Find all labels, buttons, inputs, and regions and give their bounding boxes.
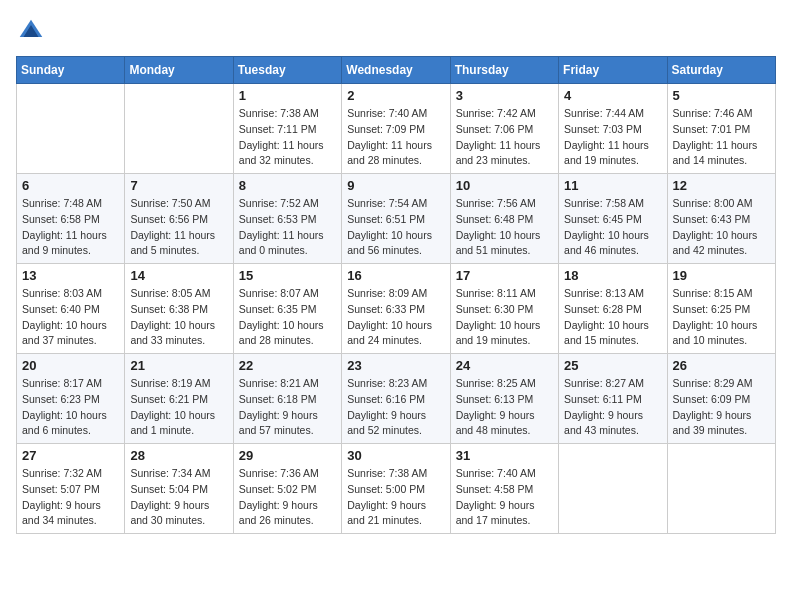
day-number: 8 (239, 178, 336, 193)
day-number: 2 (347, 88, 444, 103)
day-info: Sunrise: 7:58 AMSunset: 6:45 PMDaylight:… (564, 196, 661, 259)
weekday-header-monday: Monday (125, 57, 233, 84)
calendar-cell: 28Sunrise: 7:34 AMSunset: 5:04 PMDayligh… (125, 444, 233, 534)
day-number: 7 (130, 178, 227, 193)
day-number: 3 (456, 88, 553, 103)
day-number: 20 (22, 358, 119, 373)
calendar-cell (125, 84, 233, 174)
day-number: 6 (22, 178, 119, 193)
day-info: Sunrise: 8:09 AMSunset: 6:33 PMDaylight:… (347, 286, 444, 349)
calendar-cell: 25Sunrise: 8:27 AMSunset: 6:11 PMDayligh… (559, 354, 667, 444)
calendar-cell: 10Sunrise: 7:56 AMSunset: 6:48 PMDayligh… (450, 174, 558, 264)
day-info: Sunrise: 8:15 AMSunset: 6:25 PMDaylight:… (673, 286, 770, 349)
calendar-week-row: 6Sunrise: 7:48 AMSunset: 6:58 PMDaylight… (17, 174, 776, 264)
day-info: Sunrise: 8:27 AMSunset: 6:11 PMDaylight:… (564, 376, 661, 439)
day-number: 27 (22, 448, 119, 463)
weekday-header-friday: Friday (559, 57, 667, 84)
day-number: 18 (564, 268, 661, 283)
day-info: Sunrise: 7:38 AMSunset: 7:11 PMDaylight:… (239, 106, 336, 169)
day-info: Sunrise: 8:29 AMSunset: 6:09 PMDaylight:… (673, 376, 770, 439)
day-number: 4 (564, 88, 661, 103)
day-info: Sunrise: 7:54 AMSunset: 6:51 PMDaylight:… (347, 196, 444, 259)
calendar-cell: 22Sunrise: 8:21 AMSunset: 6:18 PMDayligh… (233, 354, 341, 444)
day-info: Sunrise: 7:32 AMSunset: 5:07 PMDaylight:… (22, 466, 119, 529)
day-info: Sunrise: 8:05 AMSunset: 6:38 PMDaylight:… (130, 286, 227, 349)
day-info: Sunrise: 7:38 AMSunset: 5:00 PMDaylight:… (347, 466, 444, 529)
calendar-cell: 21Sunrise: 8:19 AMSunset: 6:21 PMDayligh… (125, 354, 233, 444)
calendar-cell: 7Sunrise: 7:50 AMSunset: 6:56 PMDaylight… (125, 174, 233, 264)
calendar-cell: 6Sunrise: 7:48 AMSunset: 6:58 PMDaylight… (17, 174, 125, 264)
calendar-cell: 14Sunrise: 8:05 AMSunset: 6:38 PMDayligh… (125, 264, 233, 354)
day-number: 16 (347, 268, 444, 283)
weekday-header-saturday: Saturday (667, 57, 775, 84)
calendar-week-row: 27Sunrise: 7:32 AMSunset: 5:07 PMDayligh… (17, 444, 776, 534)
day-info: Sunrise: 8:25 AMSunset: 6:13 PMDaylight:… (456, 376, 553, 439)
calendar-cell: 17Sunrise: 8:11 AMSunset: 6:30 PMDayligh… (450, 264, 558, 354)
calendar-cell: 24Sunrise: 8:25 AMSunset: 6:13 PMDayligh… (450, 354, 558, 444)
day-number: 24 (456, 358, 553, 373)
day-number: 14 (130, 268, 227, 283)
day-info: Sunrise: 8:13 AMSunset: 6:28 PMDaylight:… (564, 286, 661, 349)
calendar-cell (17, 84, 125, 174)
page-header (16, 16, 776, 46)
weekday-header-tuesday: Tuesday (233, 57, 341, 84)
day-info: Sunrise: 7:52 AMSunset: 6:53 PMDaylight:… (239, 196, 336, 259)
day-info: Sunrise: 7:56 AMSunset: 6:48 PMDaylight:… (456, 196, 553, 259)
calendar-cell: 18Sunrise: 8:13 AMSunset: 6:28 PMDayligh… (559, 264, 667, 354)
calendar-cell: 23Sunrise: 8:23 AMSunset: 6:16 PMDayligh… (342, 354, 450, 444)
calendar-week-row: 13Sunrise: 8:03 AMSunset: 6:40 PMDayligh… (17, 264, 776, 354)
day-number: 1 (239, 88, 336, 103)
day-info: Sunrise: 8:19 AMSunset: 6:21 PMDaylight:… (130, 376, 227, 439)
logo-icon (16, 16, 46, 46)
calendar-cell: 2Sunrise: 7:40 AMSunset: 7:09 PMDaylight… (342, 84, 450, 174)
day-number: 21 (130, 358, 227, 373)
day-number: 13 (22, 268, 119, 283)
day-info: Sunrise: 8:03 AMSunset: 6:40 PMDaylight:… (22, 286, 119, 349)
day-info: Sunrise: 7:46 AMSunset: 7:01 PMDaylight:… (673, 106, 770, 169)
day-number: 30 (347, 448, 444, 463)
logo (16, 16, 50, 46)
day-number: 15 (239, 268, 336, 283)
calendar-cell: 11Sunrise: 7:58 AMSunset: 6:45 PMDayligh… (559, 174, 667, 264)
day-number: 5 (673, 88, 770, 103)
weekday-header-sunday: Sunday (17, 57, 125, 84)
weekday-header-thursday: Thursday (450, 57, 558, 84)
day-info: Sunrise: 7:50 AMSunset: 6:56 PMDaylight:… (130, 196, 227, 259)
day-number: 11 (564, 178, 661, 193)
calendar-cell: 20Sunrise: 8:17 AMSunset: 6:23 PMDayligh… (17, 354, 125, 444)
calendar-cell (559, 444, 667, 534)
calendar-cell: 3Sunrise: 7:42 AMSunset: 7:06 PMDaylight… (450, 84, 558, 174)
calendar-cell: 12Sunrise: 8:00 AMSunset: 6:43 PMDayligh… (667, 174, 775, 264)
day-number: 29 (239, 448, 336, 463)
day-number: 31 (456, 448, 553, 463)
day-info: Sunrise: 7:36 AMSunset: 5:02 PMDaylight:… (239, 466, 336, 529)
day-number: 26 (673, 358, 770, 373)
day-number: 12 (673, 178, 770, 193)
calendar-cell: 26Sunrise: 8:29 AMSunset: 6:09 PMDayligh… (667, 354, 775, 444)
day-number: 23 (347, 358, 444, 373)
day-info: Sunrise: 8:11 AMSunset: 6:30 PMDaylight:… (456, 286, 553, 349)
calendar-cell: 8Sunrise: 7:52 AMSunset: 6:53 PMDaylight… (233, 174, 341, 264)
day-info: Sunrise: 7:42 AMSunset: 7:06 PMDaylight:… (456, 106, 553, 169)
day-info: Sunrise: 7:48 AMSunset: 6:58 PMDaylight:… (22, 196, 119, 259)
calendar-cell: 31Sunrise: 7:40 AMSunset: 4:58 PMDayligh… (450, 444, 558, 534)
day-number: 9 (347, 178, 444, 193)
calendar-cell: 15Sunrise: 8:07 AMSunset: 6:35 PMDayligh… (233, 264, 341, 354)
calendar-table: SundayMondayTuesdayWednesdayThursdayFrid… (16, 56, 776, 534)
day-info: Sunrise: 7:40 AMSunset: 4:58 PMDaylight:… (456, 466, 553, 529)
day-number: 17 (456, 268, 553, 283)
calendar-cell: 1Sunrise: 7:38 AMSunset: 7:11 PMDaylight… (233, 84, 341, 174)
calendar-cell: 16Sunrise: 8:09 AMSunset: 6:33 PMDayligh… (342, 264, 450, 354)
calendar-header-row: SundayMondayTuesdayWednesdayThursdayFrid… (17, 57, 776, 84)
calendar-cell: 4Sunrise: 7:44 AMSunset: 7:03 PMDaylight… (559, 84, 667, 174)
calendar-week-row: 1Sunrise: 7:38 AMSunset: 7:11 PMDaylight… (17, 84, 776, 174)
day-info: Sunrise: 7:40 AMSunset: 7:09 PMDaylight:… (347, 106, 444, 169)
day-number: 22 (239, 358, 336, 373)
calendar-cell: 30Sunrise: 7:38 AMSunset: 5:00 PMDayligh… (342, 444, 450, 534)
day-info: Sunrise: 8:07 AMSunset: 6:35 PMDaylight:… (239, 286, 336, 349)
calendar-cell: 27Sunrise: 7:32 AMSunset: 5:07 PMDayligh… (17, 444, 125, 534)
day-info: Sunrise: 8:23 AMSunset: 6:16 PMDaylight:… (347, 376, 444, 439)
calendar-cell: 5Sunrise: 7:46 AMSunset: 7:01 PMDaylight… (667, 84, 775, 174)
calendar-cell: 9Sunrise: 7:54 AMSunset: 6:51 PMDaylight… (342, 174, 450, 264)
day-info: Sunrise: 7:44 AMSunset: 7:03 PMDaylight:… (564, 106, 661, 169)
